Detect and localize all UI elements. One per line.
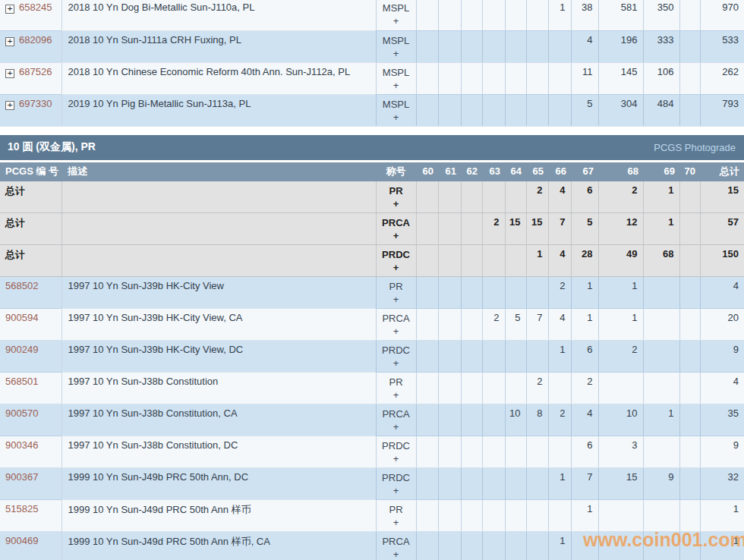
grade-64-cell (505, 245, 526, 277)
designation-plus: + (377, 357, 416, 370)
grade-60-cell (416, 0, 438, 30)
grade-62-cell (461, 62, 482, 94)
grade-62-cell (461, 532, 482, 560)
grade-64-cell (505, 62, 526, 94)
col-header-total: 总计 (700, 162, 744, 181)
grade-70-cell (679, 341, 700, 373)
description-cell: 1997 10 Yn Sun-J39b HK-City View, DC (61, 341, 376, 373)
grade-67-cell: 2 (571, 373, 598, 404)
photograde-link[interactable]: PCGS Photograde (654, 142, 736, 153)
designation-cell: PRDC+ (376, 468, 416, 500)
description-cell: 1997 10 Yn Sun-J39b HK-City View (61, 277, 376, 309)
pcgs-number-cell: 总计 (0, 213, 61, 245)
grade-61-cell (438, 0, 461, 30)
pcgs-number-link[interactable]: 568502 (5, 280, 38, 291)
table-row: +6875262018 10 Yn Chinese Economic Refor… (0, 62, 744, 94)
pcgs-number-cell: 总计 (0, 245, 61, 277)
grade-69-cell (643, 532, 679, 560)
grade-65-cell: 2 (526, 181, 548, 213)
pcgs-number-link[interactable]: 568501 (5, 376, 38, 387)
col-header-67: 67 (571, 162, 598, 181)
grade-67-cell: 7 (571, 468, 598, 500)
grade-68-cell (598, 532, 643, 560)
grade-66-cell: 1 (548, 532, 571, 560)
description-cell: 1997 10 Yn Sun-J38b Constitution, CA (61, 404, 376, 436)
section-header-bar: 10 圆 (双金属), PR PCGS Photograde (0, 135, 744, 160)
grade-60-cell (416, 181, 438, 213)
pcgs-number-link[interactable]: 687526 (19, 66, 52, 77)
pcgs-number-link[interactable]: 900346 (5, 439, 38, 451)
grade-69-cell (643, 341, 679, 373)
designation-label: PRCA (377, 216, 416, 229)
pcgs-number-link[interactable]: 900469 (5, 535, 38, 546)
grade-64-cell: 10 (505, 404, 526, 436)
description-cell: 1999 10 Yn Sun-J49b PRC 50th Ann, DC (61, 468, 376, 500)
designation-cell: PRDC+ (376, 245, 416, 277)
pcgs-number-link[interactable]: 658245 (19, 2, 52, 13)
pcgs-number-link[interactable]: 900367 (5, 471, 38, 483)
grade-70-cell (679, 213, 700, 245)
col-header-desig: 称号 (376, 162, 416, 181)
description-cell (61, 181, 376, 213)
pcgs-number-cell: 900570 (0, 404, 61, 436)
grade-70-cell (679, 532, 700, 560)
grade-66-cell (548, 500, 571, 532)
grade-64-cell (505, 94, 526, 126)
pcgs-number-link[interactable]: 697330 (19, 98, 52, 109)
grade-69-cell: 68 (643, 245, 679, 277)
expand-plus-icon[interactable]: + (5, 5, 14, 14)
expand-plus-icon[interactable]: + (5, 37, 14, 46)
designation-cell: PRDC+ (376, 341, 416, 373)
designation-plus: + (377, 516, 416, 529)
grade-69-cell: 350 (643, 0, 679, 30)
table-row: 9005701997 10 Yn Sun-J38b Constitution, … (0, 404, 744, 436)
total-cell: 970 (700, 0, 744, 30)
total-cell: 9 (700, 341, 744, 373)
pcgs-number-link[interactable]: 682096 (19, 34, 52, 46)
pcgs-number-link[interactable]: 900594 (5, 312, 38, 323)
grade-62-cell (461, 245, 482, 277)
grade-62-cell (461, 436, 482, 468)
grade-60-cell (416, 341, 438, 373)
grade-64-cell (505, 436, 526, 468)
pcgs-number-link[interactable]: 515825 (5, 503, 38, 514)
col-header-70: 70 (679, 162, 700, 181)
grade-68-cell: 145 (598, 62, 643, 94)
pr-table-header-row: PCGS 编 号 描述 称号 60 61 62 63 64 65 66 67 6… (0, 162, 744, 181)
pcgs-number-link[interactable]: 900570 (5, 407, 38, 419)
total-cell: 4 (700, 277, 744, 309)
total-cell: 150 (700, 245, 744, 277)
grade-60-cell (416, 532, 438, 560)
total-cell: 35 (700, 404, 744, 436)
grade-63-cell (482, 532, 505, 560)
grade-67-cell: 1 (571, 500, 598, 532)
grade-60-cell (416, 277, 438, 309)
grade-61-cell (438, 181, 461, 213)
grade-70-cell (679, 404, 700, 436)
grade-68-cell: 2 (598, 341, 643, 373)
grade-60-cell (416, 30, 438, 62)
grade-61-cell (438, 94, 461, 126)
table-row: 9003461997 10 Yn Sun-J38b Constitution, … (0, 436, 744, 468)
description-cell (61, 245, 376, 277)
grade-67-cell: 4 (571, 404, 598, 436)
grade-70-cell (679, 245, 700, 277)
grade-65-cell (526, 30, 548, 62)
grade-63-cell (482, 404, 505, 436)
grade-66-cell: 4 (548, 181, 571, 213)
expand-plus-icon[interactable]: + (5, 101, 14, 110)
designation-plus: + (377, 197, 416, 210)
grade-63-cell: 2 (482, 213, 505, 245)
pcgs-number-cell: +687526 (0, 62, 61, 94)
expand-plus-icon[interactable]: + (5, 69, 14, 78)
grade-61-cell (438, 436, 461, 468)
grade-63-cell (482, 500, 505, 532)
total-cell: 533 (700, 30, 744, 62)
grade-66-cell: 2 (548, 404, 571, 436)
pcgs-number-link[interactable]: 900249 (5, 344, 38, 355)
grade-64-cell (505, 30, 526, 62)
grade-68-cell (598, 500, 643, 532)
table-row: 9002491997 10 Yn Sun-J39b HK-City View, … (0, 341, 744, 373)
grade-63-cell (482, 436, 505, 468)
grade-60-cell (416, 94, 438, 126)
